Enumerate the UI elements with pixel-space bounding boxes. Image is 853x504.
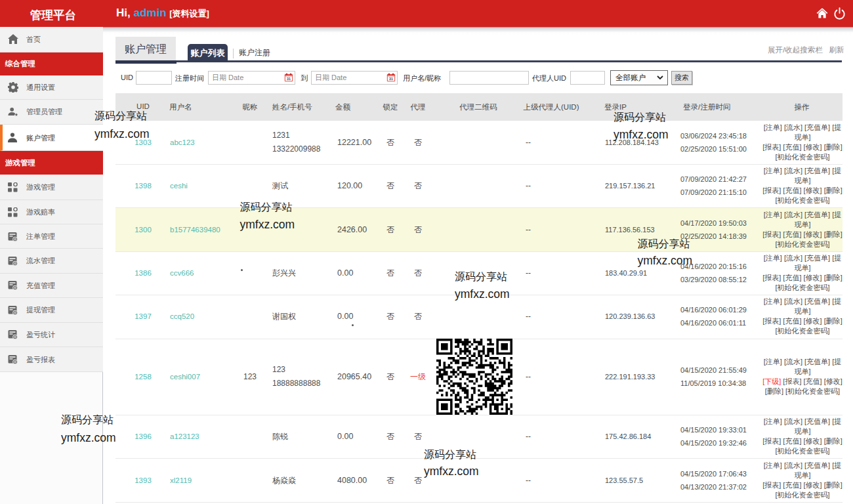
- svg-text:31: 31: [389, 77, 393, 81]
- svg-text:31: 31: [287, 77, 291, 81]
